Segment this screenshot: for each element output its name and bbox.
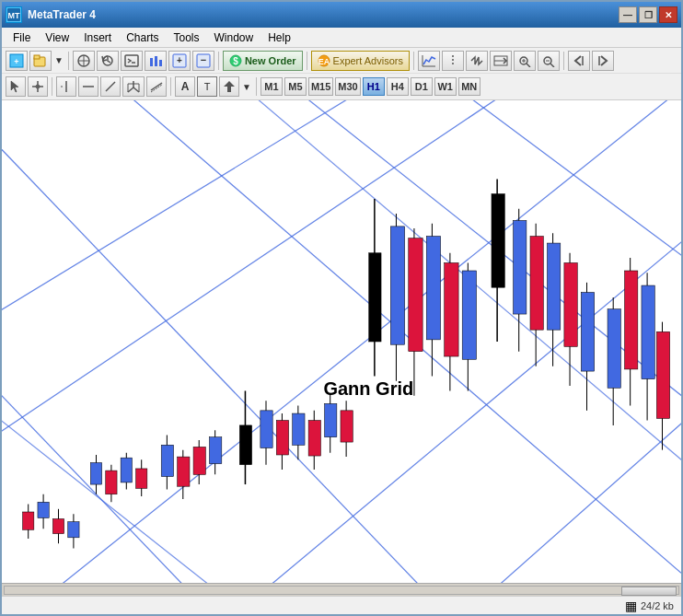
channel-tool[interactable] [146, 76, 167, 97]
tf-m5[interactable]: M5 [284, 77, 307, 96]
svg-rect-114 [445, 262, 458, 356]
svg-rect-106 [369, 253, 381, 342]
window-title: MetaTrader 4 [28, 8, 96, 21]
chart-area[interactable]: Gann Grid [2, 100, 681, 583]
svg-rect-92 [239, 425, 251, 465]
tf-h4[interactable]: H4 [387, 77, 409, 96]
vertical-line-tool[interactable] [56, 76, 76, 97]
scrollbar-track[interactable] [4, 586, 679, 595]
svg-rect-112 [426, 237, 440, 340]
zoom-in2-button[interactable] [514, 51, 536, 71]
svg-rect-76 [90, 463, 101, 485]
svg-rect-122 [530, 237, 543, 331]
history-button[interactable] [97, 51, 119, 71]
new-order-button[interactable]: $ New Order [223, 51, 303, 71]
restore-button[interactable]: ❐ [639, 6, 657, 23]
svg-line-47 [133, 87, 139, 92]
indicators-button[interactable] [418, 51, 440, 71]
tf-w1[interactable]: W1 [434, 77, 457, 96]
menu-file[interactable]: File [6, 29, 38, 46]
svg-rect-134 [642, 285, 654, 379]
svg-text:EA: EA [318, 57, 330, 66]
svg-text:+: + [177, 55, 182, 65]
minimize-button[interactable]: — [619, 6, 637, 23]
svg-rect-98 [293, 413, 305, 445]
expert-advisors-button[interactable]: EA Expert Advisors [311, 51, 410, 71]
menu-insert[interactable]: Insert [76, 29, 119, 46]
drawing-toolbar: A T ▼ M1 M5 M15 M30 H1 H4 D1 W1 MN [2, 74, 681, 99]
svg-rect-84 [161, 445, 173, 476]
svg-text:$: $ [233, 56, 238, 66]
cursor-tool[interactable] [6, 76, 26, 97]
menu-window[interactable]: Window [207, 29, 261, 46]
menu-view[interactable]: View [38, 29, 76, 46]
status-icon: ▦ [625, 599, 637, 613]
svg-rect-14 [159, 60, 162, 66]
draw-sep-2 [170, 77, 171, 96]
tf-m30[interactable]: M30 [335, 77, 360, 96]
scroll-left-button[interactable] [568, 51, 590, 71]
toolbar-sep-2 [218, 52, 219, 70]
menu-tools[interactable]: Tools [167, 29, 207, 46]
navigate-button[interactable] [73, 51, 95, 71]
trendline-tool[interactable] [100, 76, 121, 97]
tf-m15[interactable]: M15 [308, 77, 333, 96]
toolbar-sep-5 [563, 52, 564, 70]
svg-line-46 [128, 87, 133, 92]
svg-rect-80 [121, 458, 132, 482]
svg-rect-54 [2, 100, 681, 583]
open-button[interactable] [29, 51, 52, 71]
svg-rect-132 [625, 271, 638, 369]
expert-advisors-label: Expert Advisors [333, 55, 403, 66]
svg-rect-130 [608, 309, 620, 389]
text-tool[interactable]: A [175, 76, 195, 97]
zoom-out2-button[interactable] [538, 51, 560, 71]
svg-rect-102 [325, 403, 337, 436]
scroll-right-button[interactable] [592, 51, 614, 71]
draw-sep-3 [256, 77, 257, 96]
main-window: MT MetaTrader 4 — ❐ ✕ File View Insert C… [0, 0, 683, 616]
zoom-in-button[interactable]: + [168, 51, 191, 71]
tf-d1[interactable]: D1 [411, 77, 433, 96]
dropdown-arrow[interactable]: ▼ [53, 55, 64, 65]
tf-m1[interactable]: M1 [260, 77, 283, 96]
svg-rect-126 [564, 262, 577, 346]
new-chart-button[interactable]: + [6, 51, 28, 71]
svg-rect-82 [136, 469, 147, 488]
svg-line-44 [106, 82, 115, 91]
svg-marker-37 [11, 81, 18, 92]
chart-scroll-button[interactable] [466, 51, 488, 71]
tf-mn[interactable]: MN [458, 77, 480, 96]
svg-rect-86 [178, 457, 190, 486]
svg-rect-5 [34, 55, 40, 59]
toolbar-container: + ▼ [2, 48, 681, 100]
svg-rect-128 [581, 293, 594, 372]
horizontal-line-tool[interactable] [78, 76, 98, 97]
arrow-tool[interactable] [219, 76, 239, 97]
svg-marker-53 [224, 81, 235, 92]
svg-rect-12 [150, 58, 153, 66]
chart-scrollbar[interactable] [2, 583, 681, 596]
svg-rect-124 [547, 243, 560, 330]
textlabel-tool[interactable]: T [197, 76, 217, 97]
scrollbar-thumb[interactable] [621, 587, 677, 596]
toolbar-sep-3 [307, 52, 307, 70]
menu-help[interactable]: Help [260, 29, 298, 46]
terminal-button[interactable] [121, 51, 143, 71]
tf-h1[interactable]: H1 [363, 77, 385, 96]
chart-svg [2, 100, 681, 583]
close-button[interactable]: ✕ [659, 6, 677, 23]
arrow-dropdown[interactable]: ▼ [241, 82, 252, 92]
svg-rect-90 [210, 437, 222, 464]
zoom-out-button[interactable]: − [192, 51, 214, 71]
chart-type-button[interactable] [145, 51, 167, 71]
crosshair-tool[interactable] [28, 76, 48, 97]
svg-rect-100 [308, 421, 320, 456]
svg-rect-96 [276, 421, 288, 455]
svg-rect-118 [492, 194, 504, 288]
autoscroll-button[interactable] [490, 51, 512, 71]
period-sep-button[interactable] [442, 51, 464, 71]
menu-charts[interactable]: Charts [119, 29, 166, 46]
pitchfork-tool[interactable] [122, 76, 145, 97]
svg-rect-104 [341, 411, 353, 442]
